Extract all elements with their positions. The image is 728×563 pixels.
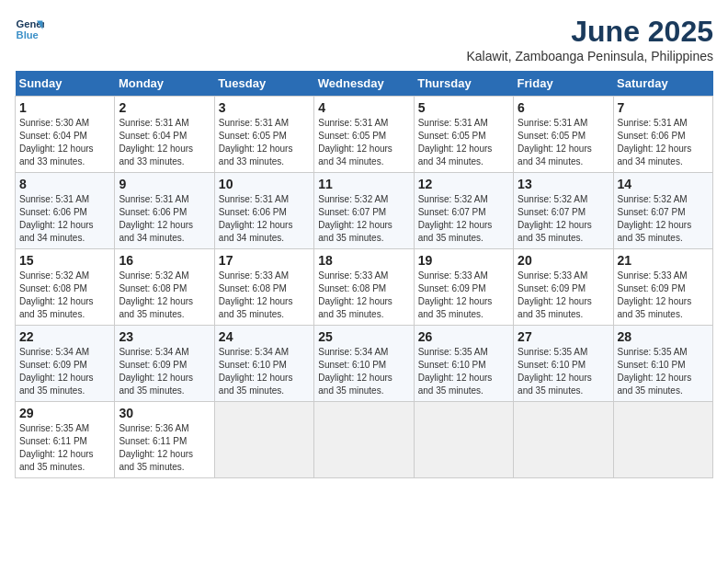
calendar-cell: 7 Sunrise: 5:31 AM Sunset: 6:06 PM Dayli… (613, 97, 712, 173)
calendar-title: June 2025 (467, 15, 714, 49)
weekday-header-thursday: Thursday (414, 71, 513, 97)
day-number: 14 (618, 177, 709, 191)
calendar-cell: 2 Sunrise: 5:31 AM Sunset: 6:04 PM Dayli… (115, 97, 214, 173)
calendar-cell: 29 Sunrise: 5:35 AM Sunset: 6:11 PM Dayl… (16, 402, 115, 478)
day-info: Sunrise: 5:32 AM Sunset: 6:08 PM Dayligh… (19, 270, 110, 321)
weekday-header-monday: Monday (115, 71, 214, 97)
calendar-cell: 23 Sunrise: 5:34 AM Sunset: 6:09 PM Dayl… (115, 326, 214, 402)
calendar-week-row: 8 Sunrise: 5:31 AM Sunset: 6:06 PM Dayli… (16, 173, 713, 249)
weekday-header-wednesday: Wednesday (314, 71, 414, 97)
day-info: Sunrise: 5:31 AM Sunset: 6:06 PM Dayligh… (119, 193, 210, 245)
calendar-cell: 20 Sunrise: 5:33 AM Sunset: 6:09 PM Dayl… (514, 249, 613, 326)
day-number: 30 (119, 406, 210, 420)
calendar-cell: 5 Sunrise: 5:31 AM Sunset: 6:05 PM Dayli… (414, 97, 513, 173)
calendar-cell (214, 402, 313, 478)
day-info: Sunrise: 5:31 AM Sunset: 6:05 PM Dayligh… (318, 117, 409, 168)
day-info: Sunrise: 5:35 AM Sunset: 6:10 PM Dayligh… (618, 346, 709, 397)
calendar-cell: 14 Sunrise: 5:32 AM Sunset: 6:07 PM Dayl… (613, 173, 712, 249)
calendar-cell: 26 Sunrise: 5:35 AM Sunset: 6:10 PM Dayl… (414, 326, 513, 402)
calendar-cell: 3 Sunrise: 5:31 AM Sunset: 6:05 PM Dayli… (214, 97, 313, 173)
calendar-cell: 10 Sunrise: 5:31 AM Sunset: 6:06 PM Dayl… (214, 173, 313, 249)
day-number: 29 (19, 406, 110, 420)
calendar-cell (613, 402, 712, 478)
logo-icon: General Blue (15, 15, 44, 44)
calendar-cell: 27 Sunrise: 5:35 AM Sunset: 6:10 PM Dayl… (514, 326, 613, 402)
weekday-header-sunday: Sunday (16, 71, 115, 97)
calendar-cell: 25 Sunrise: 5:34 AM Sunset: 6:10 PM Dayl… (314, 326, 414, 402)
calendar-cell: 13 Sunrise: 5:32 AM Sunset: 6:07 PM Dayl… (514, 173, 613, 249)
day-number: 17 (219, 253, 310, 268)
calendar-cell: 8 Sunrise: 5:31 AM Sunset: 6:06 PM Dayli… (16, 173, 115, 249)
calendar-cell (414, 402, 513, 478)
day-number: 7 (618, 100, 709, 115)
day-info: Sunrise: 5:31 AM Sunset: 6:06 PM Dayligh… (618, 117, 709, 168)
calendar-week-row: 29 Sunrise: 5:35 AM Sunset: 6:11 PM Dayl… (16, 402, 713, 478)
day-info: Sunrise: 5:33 AM Sunset: 6:09 PM Dayligh… (418, 270, 509, 321)
calendar-cell: 21 Sunrise: 5:33 AM Sunset: 6:09 PM Dayl… (613, 249, 712, 326)
day-number: 16 (119, 253, 210, 268)
day-number: 22 (19, 329, 110, 344)
day-number: 1 (19, 100, 110, 115)
day-info: Sunrise: 5:31 AM Sunset: 6:05 PM Dayligh… (219, 117, 310, 168)
calendar-cell: 18 Sunrise: 5:33 AM Sunset: 6:08 PM Dayl… (314, 249, 414, 326)
calendar-cell: 9 Sunrise: 5:31 AM Sunset: 6:06 PM Dayli… (115, 173, 214, 249)
day-number: 26 (418, 329, 509, 344)
day-number: 10 (219, 177, 310, 191)
day-number: 19 (418, 253, 509, 268)
day-number: 24 (219, 329, 310, 344)
day-number: 4 (318, 100, 409, 115)
calendar-cell: 15 Sunrise: 5:32 AM Sunset: 6:08 PM Dayl… (16, 249, 115, 326)
day-number: 18 (318, 253, 409, 268)
day-info: Sunrise: 5:34 AM Sunset: 6:09 PM Dayligh… (119, 346, 210, 397)
day-info: Sunrise: 5:33 AM Sunset: 6:08 PM Dayligh… (219, 270, 310, 321)
calendar-subtitle: Kalawit, Zamboanga Peninsula, Philippine… (467, 49, 714, 63)
calendar-cell (514, 402, 613, 478)
day-info: Sunrise: 5:30 AM Sunset: 6:04 PM Dayligh… (19, 117, 110, 168)
calendar-cell: 30 Sunrise: 5:36 AM Sunset: 6:11 PM Dayl… (115, 402, 214, 478)
calendar-cell: 17 Sunrise: 5:33 AM Sunset: 6:08 PM Dayl… (214, 249, 313, 326)
day-number: 6 (518, 100, 609, 115)
weekday-header-row: SundayMondayTuesdayWednesdayThursdayFrid… (16, 71, 713, 97)
calendar-cell: 11 Sunrise: 5:32 AM Sunset: 6:07 PM Dayl… (314, 173, 414, 249)
day-info: Sunrise: 5:34 AM Sunset: 6:10 PM Dayligh… (219, 346, 310, 397)
calendar-week-row: 15 Sunrise: 5:32 AM Sunset: 6:08 PM Dayl… (16, 249, 713, 326)
calendar-cell: 12 Sunrise: 5:32 AM Sunset: 6:07 PM Dayl… (414, 173, 513, 249)
day-number: 23 (119, 329, 210, 344)
day-info: Sunrise: 5:34 AM Sunset: 6:09 PM Dayligh… (19, 346, 110, 397)
calendar-week-row: 1 Sunrise: 5:30 AM Sunset: 6:04 PM Dayli… (16, 97, 713, 173)
day-info: Sunrise: 5:31 AM Sunset: 6:05 PM Dayligh… (418, 117, 509, 168)
day-info: Sunrise: 5:36 AM Sunset: 6:11 PM Dayligh… (119, 422, 210, 474)
calendar-cell: 1 Sunrise: 5:30 AM Sunset: 6:04 PM Dayli… (16, 97, 115, 173)
logo: General Blue (15, 15, 44, 44)
title-area: June 2025 Kalawit, Zamboanga Peninsula, … (467, 15, 714, 63)
day-info: Sunrise: 5:32 AM Sunset: 6:07 PM Dayligh… (418, 193, 509, 245)
day-number: 20 (518, 253, 609, 268)
calendar-table: SundayMondayTuesdayWednesdayThursdayFrid… (15, 71, 713, 478)
calendar-cell: 24 Sunrise: 5:34 AM Sunset: 6:10 PM Dayl… (214, 326, 313, 402)
header: General Blue June 2025 Kalawit, Zamboang… (15, 15, 713, 63)
day-info: Sunrise: 5:35 AM Sunset: 6:10 PM Dayligh… (418, 346, 509, 397)
day-info: Sunrise: 5:31 AM Sunset: 6:05 PM Dayligh… (518, 117, 609, 168)
svg-text:Blue: Blue (17, 29, 39, 40)
calendar-week-row: 22 Sunrise: 5:34 AM Sunset: 6:09 PM Dayl… (16, 326, 713, 402)
day-info: Sunrise: 5:34 AM Sunset: 6:10 PM Dayligh… (318, 346, 409, 397)
calendar-cell: 6 Sunrise: 5:31 AM Sunset: 6:05 PM Dayli… (514, 97, 613, 173)
calendar-cell: 16 Sunrise: 5:32 AM Sunset: 6:08 PM Dayl… (115, 249, 214, 326)
day-number: 21 (618, 253, 709, 268)
day-info: Sunrise: 5:32 AM Sunset: 6:08 PM Dayligh… (119, 270, 210, 321)
calendar-cell: 4 Sunrise: 5:31 AM Sunset: 6:05 PM Dayli… (314, 97, 414, 173)
day-number: 25 (318, 329, 409, 344)
day-number: 12 (418, 177, 509, 191)
calendar-cell: 22 Sunrise: 5:34 AM Sunset: 6:09 PM Dayl… (16, 326, 115, 402)
calendar-cell (314, 402, 414, 478)
day-info: Sunrise: 5:33 AM Sunset: 6:08 PM Dayligh… (318, 270, 409, 321)
day-number: 11 (318, 177, 409, 191)
day-number: 13 (518, 177, 609, 191)
weekday-header-saturday: Saturday (613, 71, 712, 97)
day-number: 5 (418, 100, 509, 115)
day-info: Sunrise: 5:35 AM Sunset: 6:11 PM Dayligh… (19, 422, 110, 474)
day-number: 27 (518, 329, 609, 344)
day-number: 9 (119, 177, 210, 191)
day-info: Sunrise: 5:31 AM Sunset: 6:06 PM Dayligh… (19, 193, 110, 245)
weekday-header-tuesday: Tuesday (214, 71, 313, 97)
